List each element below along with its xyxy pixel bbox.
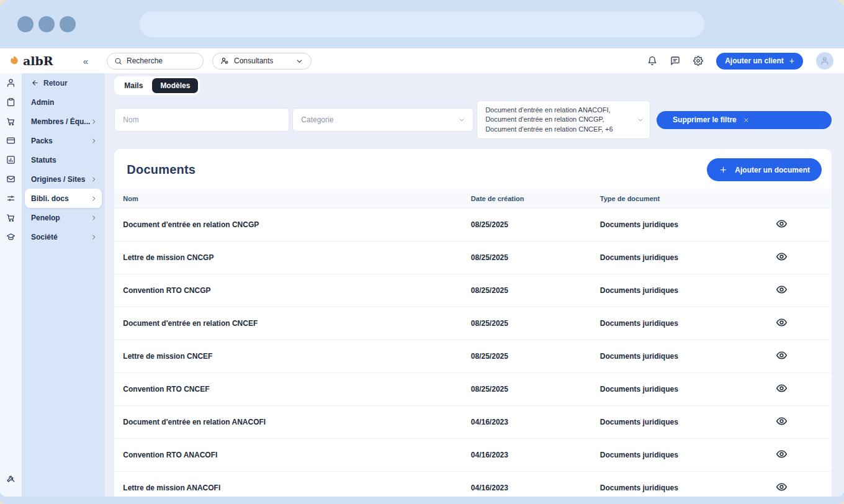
logo: albR « [0, 54, 96, 68]
eye-icon[interactable] [776, 349, 788, 361]
doc-date: 08/25/2025 [462, 241, 591, 274]
chart-icon[interactable] [0, 150, 22, 169]
tab-mails[interactable]: Mails [116, 78, 151, 93]
table-row[interactable]: Convention RTO ANACOFI04/16/2023Document… [114, 439, 832, 472]
consultants-label: Consultants [234, 56, 273, 65]
window-minimize-button[interactable] [38, 16, 55, 32]
bell-icon[interactable] [647, 56, 657, 66]
table-row[interactable]: Document d'entrée en relation ANACOFI04/… [114, 406, 832, 439]
table-row[interactable]: Document d'entrée en relation CNCGP08/25… [114, 209, 832, 241]
person-icon[interactable] [0, 73, 22, 92]
app-window: albR « Consultants Ajouter un client + [0, 48, 844, 497]
documents-filter-multiselect[interactable]: Document d'entrée en relation ANACOFI, D… [477, 101, 650, 139]
cart-icon[interactable] [0, 112, 22, 131]
doc-type: Documents juridiques [591, 472, 763, 497]
category-filter-select[interactable]: Categorie [292, 108, 474, 132]
table-row[interactable]: Lettre de mission ANACOFI04/16/2023Docum… [114, 472, 832, 497]
doc-date: 08/25/2025 [462, 373, 591, 406]
clipboard-icon[interactable] [0, 92, 22, 112]
doc-date: 08/25/2025 [462, 340, 591, 373]
cart-icon[interactable] [0, 208, 22, 227]
documents-filter-value: Document d'entrée en relation ANACOFI, D… [485, 106, 633, 134]
table-row[interactable]: Convention RTO CNCEF08/25/2025Documents … [114, 373, 832, 406]
chevron-right-icon [90, 195, 97, 202]
sidebar-item-admin[interactable]: Admin [25, 92, 102, 112]
doc-date: 08/25/2025 [462, 307, 591, 340]
tab-modèles[interactable]: Modèles [152, 78, 198, 93]
chevron-right-icon [90, 233, 97, 241]
consultants-dropdown[interactable]: Consultants [212, 53, 312, 70]
sidebar-item-label: Société [31, 233, 58, 241]
sidebar-item-penelop[interactable]: Penelop [25, 208, 102, 227]
sliders-icon[interactable] [0, 189, 22, 208]
app-header: albR « Consultants Ajouter un client + [0, 48, 844, 73]
chat-icon[interactable] [670, 56, 680, 66]
logo-text: albR [23, 54, 53, 68]
sidebar-icon-strip [0, 73, 22, 497]
browser-window: albR « Consultants Ajouter un client + [0, 0, 844, 504]
sidebar-item-bibli-docs[interactable]: Bibli. docs [25, 189, 102, 208]
filter-bar: Categorie Document d'entrée en relation … [114, 101, 832, 139]
avatar[interactable] [816, 52, 833, 70]
graduation-icon[interactable] [0, 227, 22, 246]
sidebar-item-soci-t-[interactable]: Société [25, 227, 102, 246]
sidebar-item-label: Admin [31, 98, 54, 107]
doc-name: Lettre de mission ANACOFI [114, 472, 462, 497]
add-document-button[interactable]: Ajouter un document [707, 158, 822, 181]
eye-icon[interactable] [776, 382, 788, 394]
column-header: Date de création [462, 189, 591, 209]
eye-icon[interactable] [776, 251, 788, 263]
window-maximize-button[interactable] [60, 16, 76, 32]
chevron-right-icon [90, 176, 97, 183]
sidebar-item-origines-sites[interactable]: Origines / Sites [25, 169, 102, 189]
add-document-label: Ajouter un document [735, 166, 810, 174]
add-client-button[interactable]: Ajouter un client + [716, 53, 803, 70]
eye-icon[interactable] [776, 448, 788, 460]
gear-icon[interactable] [693, 56, 703, 66]
eye-icon[interactable] [776, 284, 788, 295]
sidebar: RetourAdminMembres / Équ...PacksStatutsO… [22, 73, 105, 497]
documents-card: Documents Ajouter un document NomDate de… [114, 149, 832, 497]
eye-icon[interactable] [776, 218, 788, 230]
eye-icon[interactable] [776, 481, 788, 493]
table-row[interactable]: Convention RTO CNCGP08/25/2025Documents … [114, 274, 832, 307]
sidebar-item-label: Packs [31, 137, 53, 145]
doc-date: 08/25/2025 [462, 209, 591, 241]
wallet-icon[interactable] [0, 131, 22, 150]
table-row[interactable]: Lettre de mission CNCEF08/25/2025Documen… [114, 340, 832, 373]
category-placeholder: Categorie [301, 115, 333, 124]
chevron-right-icon [90, 118, 97, 125]
window-close-button[interactable] [17, 16, 34, 32]
documents-table: NomDate de créationType de document Docu… [114, 189, 832, 497]
person-icon [820, 56, 829, 65]
eye-icon[interactable] [776, 415, 788, 427]
search-input[interactable] [127, 56, 196, 65]
search-box[interactable] [107, 53, 204, 70]
table-row[interactable]: Lettre de mission CNCGP08/25/2025Documen… [114, 241, 832, 274]
doc-name: Lettre de mission CNCEF [114, 340, 462, 373]
window-controls [17, 16, 76, 32]
envelope-icon[interactable] [0, 169, 22, 189]
sidebar-item-label: Statuts [31, 156, 56, 164]
clear-filter-button[interactable]: Supprimer le filtre [657, 111, 832, 129]
sidebar-back-item[interactable]: Retour [25, 73, 102, 92]
arrow-left-icon [31, 79, 39, 87]
sidebar-item-membres-qu-[interactable]: Membres / Équ... [25, 112, 102, 131]
chevron-right-icon [90, 137, 97, 145]
doc-date: 04/16/2023 [462, 439, 591, 472]
doc-name: Convention RTO ANACOFI [114, 439, 462, 472]
tools-icon[interactable] [0, 469, 22, 488]
name-filter-input[interactable] [114, 108, 289, 132]
chevron-right-icon [90, 214, 97, 222]
eye-icon[interactable] [776, 317, 788, 328]
main-content: MailsModèles Categorie Document d'entrée… [105, 73, 844, 497]
address-bar[interactable] [140, 11, 704, 37]
sidebar-item-statuts[interactable]: Statuts [25, 150, 102, 169]
paw-icon [8, 55, 20, 67]
sidebar-item-packs[interactable]: Packs [25, 131, 102, 150]
sidebar-collapse-button[interactable]: « [83, 56, 88, 66]
column-header [763, 189, 832, 209]
close-icon [743, 117, 750, 124]
table-row[interactable]: Document d'entrée en relation CNCEF08/25… [114, 307, 832, 340]
doc-type: Documents juridiques [591, 209, 763, 241]
